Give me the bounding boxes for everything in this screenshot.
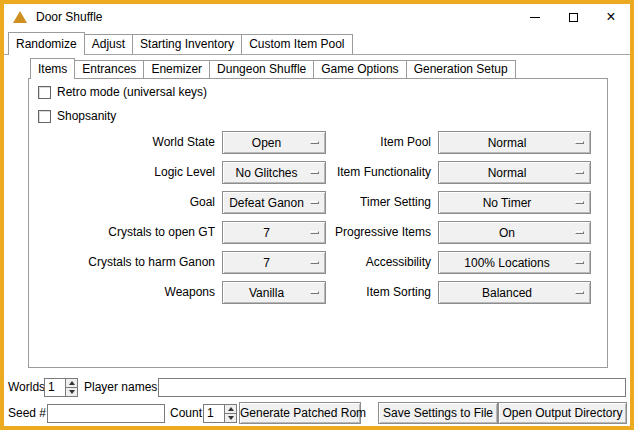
progressive-items-label: Progressive Items xyxy=(245,221,431,244)
outer-tabbar: Randomize Adjust Starting Inventory Cust… xyxy=(8,31,352,54)
tab-entrances[interactable]: Entrances xyxy=(74,60,144,78)
accessibility-label: Accessibility xyxy=(245,251,431,274)
count-spin-arrows xyxy=(224,405,236,422)
player-names-label: Player names xyxy=(84,377,157,397)
dropdown-value: Normal xyxy=(439,166,575,180)
minimize-icon xyxy=(530,17,540,18)
dropdown-indicator-icon xyxy=(575,201,584,204)
close-icon: × xyxy=(606,9,615,25)
worlds-spin-down-button[interactable] xyxy=(66,387,77,396)
count-spin-down-button[interactable] xyxy=(225,413,236,422)
shopsanity-checkbox[interactable] xyxy=(38,110,51,123)
down-arrow-icon xyxy=(69,390,75,394)
dropdown-indicator-icon xyxy=(575,231,584,234)
tab-enemizer[interactable]: Enemizer xyxy=(143,60,210,78)
open-output-directory-button[interactable]: Open Output Directory xyxy=(498,402,627,424)
seed-input[interactable] xyxy=(47,404,165,423)
timer-setting-dropdown[interactable]: No Timer xyxy=(438,191,591,214)
window-title: Door Shuffle xyxy=(36,10,103,24)
item-pool-label: Item Pool xyxy=(245,131,431,154)
up-arrow-icon xyxy=(228,407,234,411)
items-pane: Retro mode (universal keys) Shopsanity W… xyxy=(28,78,608,368)
count-label: Count xyxy=(170,403,202,423)
dropdown-value: 100% Locations xyxy=(439,256,575,270)
count-spinner[interactable]: 1 xyxy=(203,404,237,423)
dropdown-value: On xyxy=(439,226,575,240)
player-names-input[interactable] xyxy=(158,378,626,397)
tab-dungeon-shuffle[interactable]: Dungeon Shuffle xyxy=(209,60,314,78)
dropdown-indicator-icon xyxy=(575,141,584,144)
inner-notebook: Items Entrances Enemizer Dungeon Shuffle… xyxy=(28,58,608,368)
outer-notebook-divider xyxy=(4,54,630,55)
accessibility-dropdown[interactable]: 100% Locations xyxy=(438,251,591,274)
minimize-button[interactable] xyxy=(516,4,554,30)
tab-randomize[interactable]: Randomize xyxy=(8,32,85,55)
tab-generation-setup[interactable]: Generation Setup xyxy=(406,60,516,78)
dropdown-value: No Timer xyxy=(439,196,575,210)
tab-items[interactable]: Items xyxy=(30,58,75,79)
tab-custom-item-pool[interactable]: Custom Item Pool xyxy=(241,34,352,54)
titlebar: Door Shuffle × xyxy=(4,4,630,30)
dropdown-value: Normal xyxy=(439,136,575,150)
dropdown-indicator-icon xyxy=(575,261,584,264)
worlds-spin-arrows xyxy=(65,379,77,396)
world-state-label: World State xyxy=(29,131,215,154)
shopsanity-label: Shopsanity xyxy=(57,109,116,123)
retro-mode-row[interactable]: Retro mode (universal keys) xyxy=(38,84,207,100)
weapons-label: Weapons xyxy=(29,281,215,304)
crystals-harm-ganon-label: Crystals to harm Ganon xyxy=(29,251,215,274)
shopsanity-row[interactable]: Shopsanity xyxy=(38,108,116,124)
app-icon xyxy=(13,11,27,23)
item-sorting-dropdown[interactable]: Balanced xyxy=(438,281,591,304)
item-pool-dropdown[interactable]: Normal xyxy=(438,131,591,154)
count-spin-up-button[interactable] xyxy=(225,405,236,413)
item-functionality-dropdown[interactable]: Normal xyxy=(438,161,591,184)
tab-adjust[interactable]: Adjust xyxy=(84,34,133,54)
inner-tabbar: Items Entrances Enemizer Dungeon Shuffle… xyxy=(30,58,515,78)
down-arrow-icon xyxy=(228,416,234,420)
count-value: 1 xyxy=(204,405,224,422)
dropdown-indicator-icon xyxy=(575,291,584,294)
logic-level-label: Logic Level xyxy=(29,161,215,184)
maximize-icon xyxy=(569,13,578,22)
app-window: Door Shuffle × Randomize Adjust Starting… xyxy=(0,0,634,430)
seed-label: Seed # xyxy=(8,403,46,423)
generate-patched-rom-button[interactable]: Generate Patched Rom xyxy=(239,402,361,424)
dropdown-value: Balanced xyxy=(439,286,575,300)
timer-setting-label: Timer Setting xyxy=(245,191,431,214)
item-functionality-label: Item Functionality xyxy=(245,161,431,184)
goal-label: Goal xyxy=(29,191,215,214)
window-controls: × xyxy=(516,4,630,30)
progressive-items-dropdown[interactable]: On xyxy=(438,221,591,244)
save-settings-button[interactable]: Save Settings to File xyxy=(378,402,498,424)
worlds-value: 1 xyxy=(45,379,65,396)
item-sorting-label: Item Sorting xyxy=(245,281,431,304)
crystals-open-gt-label: Crystals to open GT xyxy=(29,221,215,244)
maximize-button[interactable] xyxy=(554,4,592,30)
worlds-label: Worlds xyxy=(8,377,45,397)
retro-mode-label: Retro mode (universal keys) xyxy=(57,85,207,99)
close-button[interactable]: × xyxy=(592,4,630,30)
tab-game-options[interactable]: Game Options xyxy=(313,60,406,78)
up-arrow-icon xyxy=(69,381,75,385)
dropdown-indicator-icon xyxy=(575,171,584,174)
worlds-spinner[interactable]: 1 xyxy=(44,378,78,397)
worlds-spin-up-button[interactable] xyxy=(66,379,77,387)
tab-starting-inventory[interactable]: Starting Inventory xyxy=(132,34,242,54)
retro-mode-checkbox[interactable] xyxy=(38,86,51,99)
